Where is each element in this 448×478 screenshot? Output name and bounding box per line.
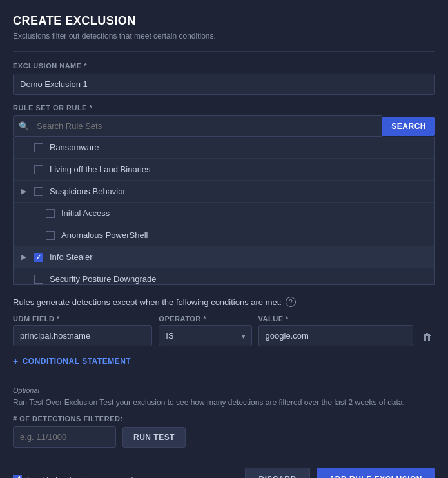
add-condition-button[interactable]: + CONDITIONAL STATEMENT — [13, 356, 435, 366]
rule-label: Info Stealer — [50, 252, 93, 262]
rule-checkbox-security[interactable] — [34, 275, 43, 284]
rule-checkbox-living[interactable] — [34, 165, 43, 174]
operator-select[interactable]: IS IS NOT CONTAINS STARTS WITH ENDS WITH — [159, 325, 251, 346]
search-row: 🔍 SEARCH — [13, 115, 435, 137]
exclusion-name-input[interactable] — [13, 74, 435, 95]
search-input[interactable] — [34, 116, 382, 136]
operator-field-group: OPERATOR * IS IS NOT CONTAINS STARTS WIT… — [159, 315, 251, 346]
chevron-icon: ▶ — [21, 253, 29, 261]
enable-exclusion-label: Enable Exclusion upon creation — [27, 475, 144, 479]
page-subtitle: Exclusions filter out detections that me… — [13, 32, 435, 41]
delete-condition-button[interactable]: 🗑 — [420, 326, 435, 348]
add-exclusion-button[interactable]: ADD RULE EXCLUSION — [317, 468, 435, 478]
chevron-icon: ▶ — [21, 187, 29, 195]
enable-checkbox-row: Enable Exclusion upon creation — [13, 475, 144, 479]
udm-field-label: UDM FIELD * — [13, 315, 152, 323]
page-container: CREATE EXCLUSION Exclusions filter out d… — [0, 0, 448, 478]
condition-fields-row: UDM FIELD * OPERATOR * IS IS NOT CONTAIN… — [13, 315, 435, 348]
run-test-description: Run Test Over Exclusion Test your exclus… — [13, 397, 435, 408]
rule-label: Suspicious Behavior — [50, 186, 126, 196]
search-input-wrapper: 🔍 — [13, 115, 382, 137]
dashed-divider — [13, 377, 435, 377]
rule-label: Living off the Land Binaries — [50, 164, 151, 174]
discard-button[interactable]: DISCARD — [245, 468, 309, 478]
optional-label: Optional — [13, 386, 435, 394]
exclusion-name-label: EXCLUSION NAME * — [13, 62, 435, 70]
rule-label: Anomalous PowerShell — [61, 230, 148, 240]
conditions-section: Rules generate detections except when th… — [13, 297, 435, 366]
help-icon[interactable]: ? — [286, 297, 296, 307]
footer-row: Enable Exclusion upon creation DISCARD A… — [13, 461, 435, 478]
list-item[interactable]: Initial Access — [14, 203, 434, 224]
list-item[interactable]: Living off the Land Binaries — [14, 159, 434, 181]
search-icon: 🔍 — [14, 121, 34, 131]
header-divider — [13, 51, 435, 52]
rule-checkbox-ransomware[interactable] — [34, 143, 43, 152]
rule-label: Initial Access — [61, 208, 110, 218]
detections-input[interactable] — [13, 426, 116, 448]
rule-checkbox-initial[interactable] — [46, 209, 55, 218]
rule-list: Ransomware Living off the Land Binaries … — [13, 137, 435, 285]
value-input[interactable] — [258, 325, 413, 346]
list-item[interactable]: Anomalous PowerShell — [14, 224, 434, 246]
enable-exclusion-checkbox[interactable] — [13, 475, 22, 478]
value-field-group: VALUE * — [258, 315, 413, 346]
detections-label: # OF DETECTIONS FILTERED: — [13, 415, 435, 423]
list-item[interactable]: Ransomware — [14, 137, 434, 159]
udm-field-group: UDM FIELD * — [13, 315, 152, 346]
list-item[interactable]: Security Posture Downgrade — [14, 268, 434, 285]
rule-checkbox-anomalous[interactable] — [46, 231, 55, 240]
value-label: VALUE * — [258, 315, 413, 323]
rule-label: Ransomware — [50, 143, 99, 152]
run-test-button[interactable]: RUN TEST — [122, 427, 186, 448]
page-title: CREATE EXCLUSION — [13, 14, 435, 28]
rule-set-label: RULE SET OR RULE * — [13, 104, 435, 112]
run-test-row: RUN TEST — [13, 426, 435, 448]
conditions-label: Rules generate detections except when th… — [13, 297, 435, 307]
footer-buttons: DISCARD ADD RULE EXCLUSION — [245, 468, 435, 478]
rule-checkbox-infostealer[interactable] — [34, 253, 43, 262]
rule-label: Security Posture Downgrade — [50, 274, 156, 284]
udm-field-input[interactable] — [13, 325, 152, 346]
operator-select-wrapper: IS IS NOT CONTAINS STARTS WITH ENDS WITH… — [159, 325, 251, 346]
rule-checkbox-suspicious[interactable] — [34, 187, 43, 196]
search-button[interactable]: SEARCH — [382, 117, 435, 136]
list-item[interactable]: ▶ Suspicious Behavior — [14, 181, 434, 203]
plus-icon: + — [13, 356, 19, 366]
operator-label: OPERATOR * — [159, 315, 251, 323]
list-item[interactable]: ▶ Info Stealer — [14, 246, 434, 268]
